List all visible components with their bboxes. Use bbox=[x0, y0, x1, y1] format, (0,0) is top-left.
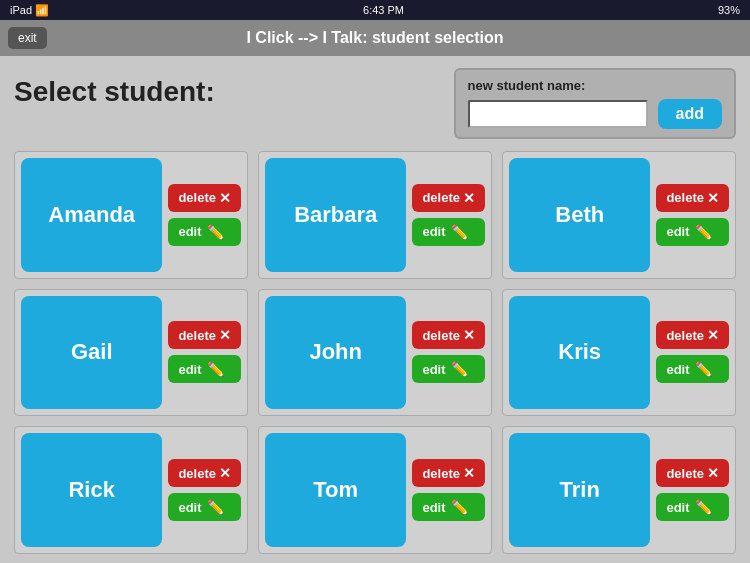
student-cell: Johndelete✕edit✏️ bbox=[258, 289, 492, 417]
x-icon: ✕ bbox=[463, 327, 475, 343]
new-student-panel: new student name: add bbox=[454, 68, 736, 139]
pencil-icon: ✏️ bbox=[451, 361, 468, 377]
student-name-button[interactable]: Trin bbox=[509, 433, 650, 547]
x-icon: ✕ bbox=[707, 465, 719, 481]
pencil-icon: ✏️ bbox=[207, 224, 224, 240]
edit-button[interactable]: edit✏️ bbox=[412, 355, 485, 383]
student-actions: delete✕edit✏️ bbox=[656, 158, 729, 272]
student-actions: delete✕edit✏️ bbox=[656, 433, 729, 547]
x-icon: ✕ bbox=[707, 327, 719, 343]
app-title: I Click --> I Talk: student selection bbox=[246, 29, 503, 47]
add-button[interactable]: add bbox=[658, 99, 722, 129]
main-content: Select student: new student name: add Am… bbox=[0, 56, 750, 563]
student-actions: delete✕edit✏️ bbox=[168, 158, 241, 272]
student-grid: Amandadelete✕edit✏️Barbaradelete✕edit✏️B… bbox=[14, 151, 736, 554]
x-icon: ✕ bbox=[219, 190, 231, 206]
student-actions: delete✕edit✏️ bbox=[412, 433, 485, 547]
header-row: Select student: new student name: add bbox=[14, 68, 736, 139]
student-name-button[interactable]: Beth bbox=[509, 158, 650, 272]
pencil-icon: ✏️ bbox=[695, 224, 712, 240]
delete-button[interactable]: delete✕ bbox=[412, 184, 485, 212]
battery-display: 93% bbox=[718, 4, 740, 16]
delete-button[interactable]: delete✕ bbox=[168, 321, 241, 349]
student-cell: Bethdelete✕edit✏️ bbox=[502, 151, 736, 279]
x-icon: ✕ bbox=[219, 465, 231, 481]
device-label: iPad 📶 bbox=[10, 4, 49, 17]
student-actions: delete✕edit✏️ bbox=[168, 296, 241, 410]
edit-button[interactable]: edit✏️ bbox=[656, 218, 729, 246]
title-bar: exit I Click --> I Talk: student selecti… bbox=[0, 20, 750, 56]
pencil-icon: ✏️ bbox=[207, 499, 224, 515]
pencil-icon: ✏️ bbox=[695, 499, 712, 515]
student-name-button[interactable]: Amanda bbox=[21, 158, 162, 272]
delete-button[interactable]: delete✕ bbox=[412, 459, 485, 487]
exit-button[interactable]: exit bbox=[8, 27, 47, 49]
student-cell: Barbaradelete✕edit✏️ bbox=[258, 151, 492, 279]
x-icon: ✕ bbox=[463, 465, 475, 481]
student-actions: delete✕edit✏️ bbox=[656, 296, 729, 410]
student-cell: Amandadelete✕edit✏️ bbox=[14, 151, 248, 279]
student-cell: Rickdelete✕edit✏️ bbox=[14, 426, 248, 554]
x-icon: ✕ bbox=[707, 190, 719, 206]
new-student-input[interactable] bbox=[468, 100, 648, 128]
edit-button[interactable]: edit✏️ bbox=[412, 493, 485, 521]
new-student-label: new student name: bbox=[468, 78, 722, 93]
student-cell: Krisdelete✕edit✏️ bbox=[502, 289, 736, 417]
delete-button[interactable]: delete✕ bbox=[656, 184, 729, 212]
pencil-icon: ✏️ bbox=[207, 361, 224, 377]
delete-button[interactable]: delete✕ bbox=[656, 459, 729, 487]
pencil-icon: ✏️ bbox=[451, 224, 468, 240]
student-name-button[interactable]: John bbox=[265, 296, 406, 410]
x-icon: ✕ bbox=[463, 190, 475, 206]
edit-button[interactable]: edit✏️ bbox=[656, 355, 729, 383]
edit-button[interactable]: edit✏️ bbox=[656, 493, 729, 521]
student-name-button[interactable]: Rick bbox=[21, 433, 162, 547]
new-student-row: add bbox=[468, 99, 722, 129]
student-cell: Trindelete✕edit✏️ bbox=[502, 426, 736, 554]
time-display: 6:43 PM bbox=[363, 4, 404, 16]
edit-button[interactable]: edit✏️ bbox=[168, 218, 241, 246]
x-icon: ✕ bbox=[219, 327, 231, 343]
edit-button[interactable]: edit✏️ bbox=[412, 218, 485, 246]
delete-button[interactable]: delete✕ bbox=[168, 459, 241, 487]
student-actions: delete✕edit✏️ bbox=[412, 296, 485, 410]
student-actions: delete✕edit✏️ bbox=[168, 433, 241, 547]
select-student-label: Select student: bbox=[14, 68, 215, 108]
pencil-icon: ✏️ bbox=[451, 499, 468, 515]
student-cell: Gaildelete✕edit✏️ bbox=[14, 289, 248, 417]
delete-button[interactable]: delete✕ bbox=[412, 321, 485, 349]
student-name-button[interactable]: Kris bbox=[509, 296, 650, 410]
edit-button[interactable]: edit✏️ bbox=[168, 493, 241, 521]
student-name-button[interactable]: Barbara bbox=[265, 158, 406, 272]
student-actions: delete✕edit✏️ bbox=[412, 158, 485, 272]
edit-button[interactable]: edit✏️ bbox=[168, 355, 241, 383]
student-name-button[interactable]: Tom bbox=[265, 433, 406, 547]
delete-button[interactable]: delete✕ bbox=[168, 184, 241, 212]
status-bar: iPad 📶 6:43 PM 93% bbox=[0, 0, 750, 20]
student-name-button[interactable]: Gail bbox=[21, 296, 162, 410]
pencil-icon: ✏️ bbox=[695, 361, 712, 377]
student-cell: Tomdelete✕edit✏️ bbox=[258, 426, 492, 554]
delete-button[interactable]: delete✕ bbox=[656, 321, 729, 349]
